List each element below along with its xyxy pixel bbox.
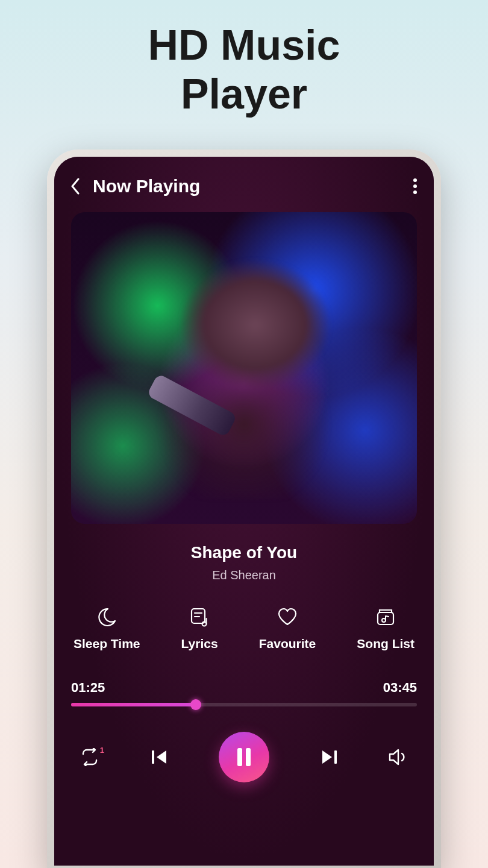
playlist-icon: [375, 606, 396, 628]
svg-point-2: [413, 190, 417, 194]
feature-row: Sleep Time Lyrics: [71, 606, 417, 651]
repeat-count: 1: [100, 746, 104, 755]
track-artist: Ed Sheeran: [71, 568, 417, 582]
next-icon: [320, 749, 338, 766]
promo-line1: HD Music: [148, 22, 340, 69]
svg-rect-11: [246, 748, 251, 766]
repeat-button[interactable]: 1: [80, 748, 100, 766]
previous-button[interactable]: [151, 749, 169, 766]
back-button[interactable]: [71, 178, 81, 195]
lyrics-icon: [189, 606, 210, 628]
favourite-label: Favourite: [259, 637, 316, 651]
elapsed-time: 01:25: [71, 680, 105, 696]
singer-figure: [131, 250, 356, 499]
favourite-button[interactable]: Favourite: [259, 606, 316, 651]
heart-icon: [277, 606, 298, 628]
svg-rect-9: [152, 750, 154, 764]
more-vertical-icon: [413, 178, 417, 194]
promo-line2: Player: [181, 71, 307, 118]
svg-point-0: [413, 178, 417, 182]
album-art: [71, 212, 417, 524]
phone-frame: Now Playing Shape of You Ed Sheeran: [47, 149, 441, 868]
lyrics-button[interactable]: Lyrics: [181, 606, 218, 651]
progress-section: 01:25 03:45: [71, 680, 417, 706]
track-info: Shape of You Ed Sheeran: [71, 543, 417, 582]
promo-title: HD Music Player: [0, 0, 488, 118]
song-list-label: Song List: [357, 637, 414, 651]
total-time: 03:45: [383, 680, 417, 696]
phone-screen: Now Playing Shape of You Ed Sheeran: [54, 157, 434, 866]
svg-point-1: [413, 184, 417, 188]
pause-button[interactable]: [219, 732, 269, 782]
topbar: Now Playing: [71, 176, 417, 197]
lyrics-label: Lyrics: [181, 637, 218, 651]
volume-button[interactable]: [388, 748, 408, 766]
chevron-left-icon: [71, 178, 81, 195]
page-title: Now Playing: [93, 176, 401, 197]
sleep-time-button[interactable]: Sleep Time: [74, 606, 140, 651]
song-list-button[interactable]: Song List: [357, 606, 414, 651]
progress-thumb[interactable]: [190, 699, 201, 710]
previous-icon: [151, 749, 169, 766]
playback-controls: 1: [71, 732, 417, 782]
pause-icon: [236, 747, 252, 767]
repeat-icon: [80, 748, 100, 766]
track-title: Shape of You: [71, 543, 417, 562]
more-options-button[interactable]: [413, 178, 417, 194]
sleep-time-label: Sleep Time: [74, 637, 140, 651]
next-button[interactable]: [320, 749, 338, 766]
progress-fill: [71, 703, 196, 706]
svg-rect-12: [334, 750, 337, 764]
volume-icon: [388, 748, 408, 766]
svg-rect-10: [237, 748, 242, 766]
moon-icon: [96, 606, 117, 628]
progress-bar[interactable]: [71, 703, 417, 706]
